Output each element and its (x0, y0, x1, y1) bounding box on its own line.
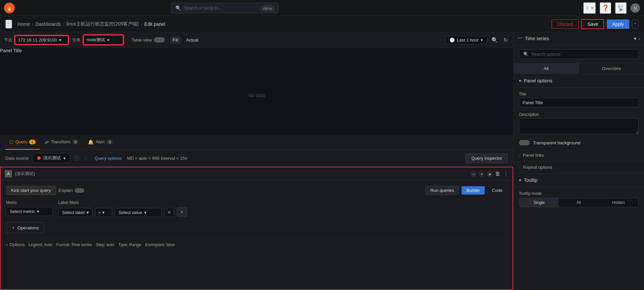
panel-options-content: Title Description Transparent background (514, 88, 644, 149)
legend-meta: Legend: Auto (29, 242, 52, 247)
builder-button[interactable]: Builder (462, 186, 484, 195)
metric-select[interactable]: Select metric (6, 207, 53, 216)
all-tab[interactable]: All (514, 63, 579, 74)
repeat-options-chevron: › (519, 165, 520, 170)
left-content: 节点 172.16.11.209:9100 任务 node测试 Table vi… (0, 32, 513, 290)
label-chevron (87, 210, 89, 215)
options-toggle[interactable]: › Options (6, 242, 24, 247)
global-search[interactable]: 🔍 Search or jump to... ctrl+k (171, 3, 278, 13)
panel-links-chevron: › (519, 153, 520, 158)
add-filter-button[interactable]: ＋ (177, 207, 187, 217)
tooltip-section[interactable]: ▾ Tooltip (514, 173, 644, 187)
content-area: 节点 172.16.11.209:9100 任务 node测试 Table vi… (0, 32, 644, 290)
breadcrumb-dashboard[interactable]: linux主机运行状态监控(209客户端) (66, 21, 139, 27)
apply-button[interactable]: Apply (607, 19, 629, 29)
add-operations-button[interactable]: ＋ Operations (6, 222, 44, 233)
collapse-button[interactable]: ^ (632, 20, 639, 28)
job-chevron (107, 38, 109, 43)
tab-transform[interactable]: ⇄ Transform 0 (41, 135, 83, 150)
eq-chevron (102, 210, 105, 215)
tooltip-mode-buttons: Single All Hidden (519, 198, 639, 207)
metric-field-label: Metric (6, 200, 53, 205)
time-series-expand[interactable]: › (638, 36, 640, 41)
time-series-chevron[interactable] (634, 36, 636, 41)
tab-query[interactable]: ⬡ Query 1 (5, 135, 40, 150)
zoom-out-button[interactable]: 🔍 (490, 35, 499, 45)
tooltip-content: Tooltip mode Single All Hidden (514, 187, 644, 211)
tooltip-single-btn[interactable]: Single (519, 198, 559, 207)
fill-button[interactable]: Fill (170, 37, 181, 44)
avatar[interactable]: U (631, 3, 640, 13)
options-row: › Options Legend: Auto Format: Time seri… (6, 238, 507, 250)
transparent-bg-toggle[interactable] (519, 140, 530, 145)
description-textarea[interactable] (519, 118, 639, 134)
transparent-bg-row: Transparent background (519, 140, 639, 145)
explain-row: Explain (59, 188, 85, 193)
query-action-toggle[interactable]: ◉ (487, 171, 492, 176)
tooltip-title: Tooltip (524, 177, 537, 183)
transparent-bg-label: Transparent background (533, 140, 580, 145)
query-action-delete[interactable]: 🗑 (495, 171, 500, 177)
refresh-button[interactable]: ↻ (502, 35, 509, 45)
datasource-value: 演示测试 (43, 155, 61, 161)
tooltip-chevron: ▾ (519, 177, 521, 183)
exemplars-meta: Exemplars: false (145, 242, 175, 247)
value-select[interactable]: Select value (115, 208, 162, 217)
ds-node-select[interactable]: 172.16.11.209:9100 (15, 35, 68, 45)
tooltip-hidden-btn[interactable]: Hidden (599, 198, 638, 207)
repeat-options-section[interactable]: › Repeat options (514, 161, 644, 173)
sidebar-toggle[interactable]: ☰ (5, 20, 12, 28)
time-range-label: Last 1 hour (457, 38, 479, 43)
node-label: 节点 (4, 37, 12, 43)
ds-node-value: 172.16.11.209:9100 (18, 38, 57, 43)
panel-preview-title: Panel Title (0, 48, 513, 53)
right-panel: 〰 Time series › 🔍 Search options All Ove… (513, 32, 644, 290)
overrides-tab[interactable]: Overrides (579, 63, 644, 74)
query-action-eye[interactable]: ◎ (471, 171, 476, 176)
add-button[interactable]: + ▾ (583, 2, 596, 14)
tab-query-badge: 1 (29, 140, 35, 144)
code-button[interactable]: Code (487, 186, 507, 195)
query-tabs: ⬡ Query 1 ⇄ Transform 0 🔔 Alert 0 (0, 135, 513, 150)
query-options-link[interactable]: Query options (95, 156, 122, 161)
label-select[interactable]: Select label (58, 208, 93, 217)
breadcrumb-home[interactable]: Home (17, 21, 30, 27)
discard-button[interactable]: Discard (551, 19, 579, 29)
help-button[interactable]: ❓ (600, 2, 611, 14)
format-meta: Format: Time series (56, 242, 92, 247)
query-inspector-button[interactable]: Query inspector (466, 153, 508, 163)
search-shortcut: ctrl+k (261, 6, 274, 11)
remove-filter-button[interactable]: ✕ (164, 208, 174, 217)
tooltip-all-btn[interactable]: All (559, 198, 598, 207)
kick-start-button[interactable]: Kick start your query (6, 186, 56, 195)
panel-links-label: Panel links (523, 153, 544, 158)
time-range-picker[interactable]: 🕐 Last 1 hour (445, 36, 487, 44)
datasource-info-icon[interactable]: i (74, 155, 79, 161)
job-select[interactable]: node测试 (83, 35, 123, 45)
actual-button[interactable]: Actual (183, 37, 201, 44)
label-filters-row: Select label = Select value (58, 207, 187, 217)
eq-select[interactable]: = (95, 208, 112, 217)
nav-right: + ▾ ❓ 📡 U (583, 2, 640, 14)
title-input[interactable] (519, 98, 639, 107)
search-placeholder: Search or jump to... (184, 5, 222, 10)
table-view-label: Table view (131, 38, 152, 43)
run-queries-button[interactable]: Run queries (425, 186, 459, 195)
news-button[interactable]: 📡 (615, 2, 627, 14)
breadcrumb-dashboards[interactable]: Dashboards (36, 21, 61, 27)
search-options-input[interactable]: 🔍 Search options (519, 49, 639, 59)
query-action-copy[interactable]: ⊕ (479, 171, 484, 176)
tab-alert[interactable]: 🔔 Alert 0 (84, 135, 117, 150)
description-field-label: Description (519, 112, 639, 117)
value-select-value: Select value (118, 210, 142, 215)
save-button[interactable]: Save (581, 19, 604, 29)
table-view-switch[interactable] (154, 37, 165, 43)
query-action-more[interactable]: ⋮ (503, 171, 508, 177)
panel-links-section[interactable]: › Panel links (514, 149, 644, 161)
top-nav: 🔥 🔍 Search or jump to... ctrl+k + ▾ ❓ 📡 … (0, 0, 644, 16)
datasource-selector[interactable]: 演示测试 (33, 153, 70, 163)
datasource-chevron (63, 156, 66, 161)
panel-options-section[interactable]: ▾ Panel options (514, 74, 644, 88)
explain-toggle[interactable] (75, 188, 84, 193)
tab-alert-badge: 0 (107, 140, 113, 144)
